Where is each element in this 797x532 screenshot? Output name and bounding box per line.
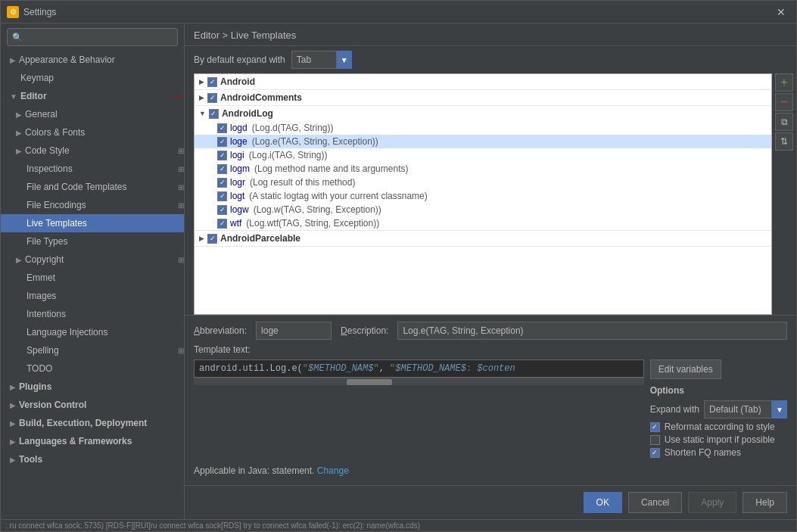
template-item-logw[interactable]: ✓ logw (Log.w(TAG, String, Exception)) [195, 203, 771, 216]
sidebar-item-version-control[interactable]: ▶ Version Control [1, 396, 184, 414]
title-bar-left: ⚙ Settings [7, 6, 56, 18]
sidebar-item-intentions[interactable]: Intentions [1, 305, 184, 323]
sidebar-item-label: Inspections [16, 163, 178, 174]
add-button[interactable]: + [775, 73, 793, 92]
item-checkbox-logi[interactable]: ✓ [217, 151, 227, 160]
edit-variables-button[interactable]: Edit variables [650, 359, 721, 379]
item-name-logi: logi [230, 150, 244, 160]
sidebar-item-colors-fonts[interactable]: ▶ Colors & Fonts [1, 123, 184, 142]
sidebar-item-general[interactable]: ▶ General [1, 105, 184, 123]
move-button[interactable]: ⇅ [775, 132, 793, 151]
template-item-logd[interactable]: ✓ logd (Log.d(TAG, String)) [195, 121, 771, 135]
sidebar-item-images[interactable]: Images [1, 287, 184, 305]
sidebar-item-appearance[interactable]: ▶ Appearance & Behavior [1, 51, 184, 69]
sidebar-item-live-templates[interactable]: Live Templates [1, 214, 184, 232]
expand-with-selector[interactable]: Tab ▼ [291, 51, 352, 69]
sidebar-item-label: Code Style [25, 145, 178, 156]
abbreviation-input[interactable] [256, 322, 332, 340]
group-checkbox-android[interactable]: ✓ [207, 77, 217, 87]
expand-with-options-selector[interactable]: Default (Tab) ▼ [704, 400, 787, 418]
item-checkbox-logw[interactable]: ✓ [217, 205, 227, 215]
item-desc-logr: (Log result of this method) [250, 177, 355, 188]
template-group-android-parcelable: ▶ ✓ AndroidParcelable [195, 231, 771, 247]
template-item-logr[interactable]: ✓ logr (Log result of this method) [195, 176, 771, 189]
group-header-android-log[interactable]: ▼ ✓ AndroidLog [195, 106, 771, 121]
sidebar-item-file-encodings[interactable]: File Encodings ⊞ [1, 196, 184, 214]
item-checkbox-loge[interactable]: ✓ [217, 137, 227, 147]
description-label: Description: [341, 325, 388, 336]
sidebar-item-label: Live Templates [16, 218, 184, 229]
item-checkbox-logm[interactable]: ✓ [217, 164, 227, 174]
item-checkbox-logd[interactable]: ✓ [217, 123, 227, 133]
template-list[interactable]: ▶ ✓ Android ▶ ✓ AndroidComments [194, 73, 772, 315]
sidebar-item-label: Tools [19, 454, 184, 465]
sidebar-item-language-injections[interactable]: Language Injections [1, 323, 184, 341]
checkbox-reformat[interactable]: ✓ Reformat according to style [650, 422, 787, 432]
search-input[interactable] [26, 32, 173, 42]
template-item-logt[interactable]: ✓ logt (A static logtag with your curren… [195, 189, 771, 203]
copy-button[interactable]: ⧉ [775, 113, 793, 131]
group-label-android-comments: AndroidComments [220, 92, 302, 103]
ok-button[interactable]: OK [584, 492, 622, 513]
group-checkbox-android-comments[interactable]: ✓ [207, 93, 217, 103]
checkbox-static-import-box[interactable] [650, 435, 660, 445]
item-name-logr: logr [230, 177, 245, 188]
sidebar-item-copyright[interactable]: ▶ Copyright ⊞ [1, 250, 184, 269]
sidebar-item-keymap[interactable]: Keymap [1, 69, 184, 87]
apply-button[interactable]: Apply [688, 492, 736, 513]
settings-window: ⚙ Settings ✕ 🔍 ▶ Appearance & Behavior K… [0, 0, 797, 532]
sidebar-item-plugins[interactable]: ▶ Plugins [1, 378, 184, 396]
sidebar-item-spelling[interactable]: Spelling ⊞ [1, 341, 184, 359]
help-button[interactable]: Help [743, 492, 787, 513]
checkbox-static-import[interactable]: Use static import if possible [650, 434, 787, 445]
group-checkbox-android-parcelable[interactable]: ✓ [207, 234, 217, 244]
item-checkbox-wtf[interactable]: ✓ [217, 219, 227, 229]
template-item-logm[interactable]: ✓ logm (Log method name and its argument… [195, 162, 771, 176]
item-desc-loge: (Log.e(TAG, String, Exception)) [252, 136, 378, 147]
sidebar-item-label: Colors & Fonts [25, 127, 184, 138]
group-header-android-comments[interactable]: ▶ ✓ AndroidComments [195, 90, 771, 105]
group-header-android[interactable]: ▶ ✓ Android [195, 74, 771, 89]
scope-icon: ⊞ [178, 347, 184, 355]
code-text: android.util.Log.e( [199, 363, 303, 374]
sidebar-item-todo[interactable]: TODO [1, 359, 184, 378]
item-checkbox-logr[interactable]: ✓ [217, 178, 227, 188]
sidebar-item-editor[interactable]: ▼ Editor ── [1, 87, 184, 105]
checkbox-shorten-fq-label: Shorten FQ names [665, 447, 741, 458]
arrow-icon: ▼ [10, 92, 17, 101]
description-input[interactable] [397, 322, 787, 340]
item-checkbox-logt[interactable]: ✓ [217, 191, 227, 201]
expand-with-options-dropdown[interactable]: ▼ [772, 400, 787, 418]
template-item-wtf[interactable]: ✓ wtf (Log.wtf(TAG, String, Exception)) [195, 216, 771, 230]
sidebar-item-emmet[interactable]: Emmet [1, 269, 184, 287]
arrow-icon: ▶ [16, 110, 22, 119]
template-group-android: ▶ ✓ Android [195, 74, 771, 90]
checkbox-reformat-box[interactable]: ✓ [650, 422, 660, 432]
item-name-loge: loge [230, 136, 248, 147]
sidebar-item-build[interactable]: ▶ Build, Execution, Deployment [1, 414, 184, 432]
template-item-loge[interactable]: ✓ loge (Log.e(TAG, String, Exception)) [195, 135, 771, 148]
sidebar-item-tools[interactable]: ▶ Tools [1, 450, 184, 468]
group-header-android-parcelable[interactable]: ▶ ✓ AndroidParcelable [195, 231, 771, 246]
sidebar-item-inspections[interactable]: Inspections ⊞ [1, 160, 184, 178]
close-button[interactable]: ✕ [772, 5, 790, 20]
template-text-row: android.util.Log.e("$METHOD_NAM$", "$MET… [194, 359, 787, 458]
search-box[interactable]: 🔍 [7, 28, 178, 46]
sidebar-item-languages[interactable]: ▶ Languages & Frameworks [1, 432, 184, 450]
right-panel: Edit variables Options Expand with Defau… [650, 359, 787, 458]
group-arrow-icon: ▶ [199, 235, 204, 242]
horizontal-scrollbar[interactable] [194, 378, 644, 385]
expand-dropdown-btn[interactable]: ▼ [337, 51, 352, 69]
sidebar-item-file-code-templates[interactable]: File and Code Templates ⊞ [1, 178, 184, 196]
cancel-button[interactable]: Cancel [628, 492, 682, 513]
checkbox-shorten-fq[interactable]: ✓ Shorten FQ names [650, 447, 787, 458]
arrow-icon: ▶ [10, 456, 16, 464]
group-checkbox-android-log[interactable]: ✓ [209, 109, 219, 119]
template-code-display[interactable]: android.util.Log.e("$METHOD_NAM$", "$MET… [194, 359, 644, 378]
remove-button[interactable]: − [775, 93, 793, 111]
applicable-change-link[interactable]: Change [317, 465, 349, 476]
checkbox-shorten-fq-box[interactable]: ✓ [650, 448, 660, 458]
template-item-logi[interactable]: ✓ logi (Log.i(TAG, String)) [195, 148, 771, 162]
sidebar-item-file-types[interactable]: File Types [1, 232, 184, 250]
sidebar-item-code-style[interactable]: ▶ Code Style ⊞ [1, 142, 184, 160]
